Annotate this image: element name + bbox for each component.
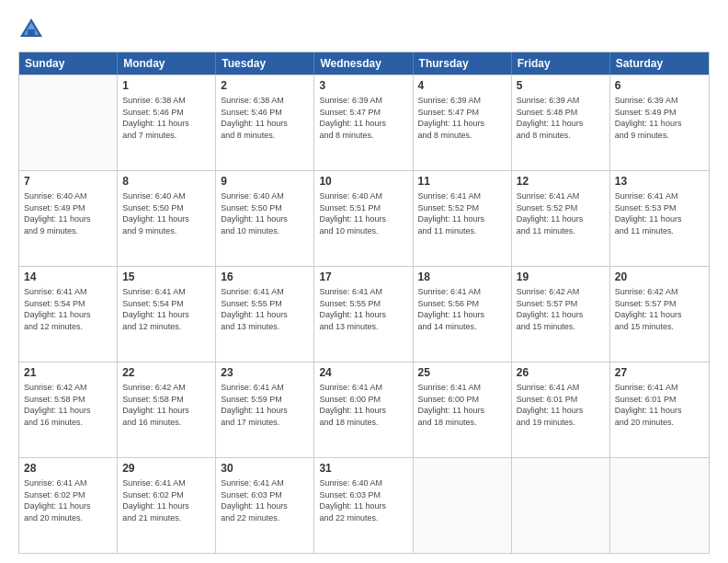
day-number: 31 (319, 461, 407, 476)
day-header-friday: Friday (512, 52, 610, 75)
logo (18, 17, 48, 42)
day-cell-4: 4Sunrise: 6:39 AM Sunset: 5:47 PM Daylig… (414, 75, 512, 170)
calendar: SundayMondayTuesdayWednesdayThursdayFrid… (18, 52, 710, 554)
cell-info: Sunrise: 6:41 AM Sunset: 6:03 PM Dayligh… (221, 477, 309, 523)
day-cell-30: 30Sunrise: 6:41 AM Sunset: 6:03 PM Dayli… (216, 458, 314, 553)
day-cell-10: 10Sunrise: 6:40 AM Sunset: 5:51 PM Dayli… (314, 171, 413, 266)
day-header-monday: Monday (118, 52, 216, 75)
week-row-4: 21Sunrise: 6:42 AM Sunset: 5:58 PM Dayli… (19, 362, 709, 457)
day-number: 6 (615, 78, 704, 93)
day-number: 16 (221, 270, 309, 284)
day-number: 7 (24, 174, 112, 189)
week-row-5: 28Sunrise: 6:41 AM Sunset: 6:02 PM Dayli… (19, 457, 709, 553)
day-number: 24 (319, 365, 407, 380)
day-cell-6: 6Sunrise: 6:39 AM Sunset: 5:49 PM Daylig… (610, 75, 709, 170)
cell-info: Sunrise: 6:41 AM Sunset: 6:01 PM Dayligh… (615, 382, 704, 428)
cell-info: Sunrise: 6:39 AM Sunset: 5:47 PM Dayligh… (319, 95, 407, 141)
day-cell-22: 22Sunrise: 6:42 AM Sunset: 5:58 PM Dayli… (118, 362, 216, 457)
day-number: 9 (221, 174, 309, 189)
day-number: 3 (319, 78, 407, 93)
svg-rect-2 (28, 29, 35, 35)
cell-info: Sunrise: 6:41 AM Sunset: 5:55 PM Dayligh… (221, 286, 309, 332)
cell-info: Sunrise: 6:42 AM Sunset: 5:58 PM Dayligh… (24, 382, 112, 428)
day-cell-20: 20Sunrise: 6:42 AM Sunset: 5:57 PM Dayli… (610, 267, 709, 362)
week-row-1: 1Sunrise: 6:38 AM Sunset: 5:46 PM Daylig… (19, 75, 709, 170)
day-number: 5 (517, 78, 605, 93)
calendar-body: 1Sunrise: 6:38 AM Sunset: 5:46 PM Daylig… (19, 75, 709, 553)
day-cell-2: 2Sunrise: 6:38 AM Sunset: 5:46 PM Daylig… (216, 75, 314, 170)
day-number: 2 (221, 78, 309, 93)
empty-cell (414, 458, 512, 553)
day-number: 23 (221, 365, 309, 380)
day-number: 17 (319, 270, 407, 284)
cell-info: Sunrise: 6:41 AM Sunset: 6:02 PM Dayligh… (24, 477, 112, 523)
day-number: 10 (319, 174, 407, 189)
cell-info: Sunrise: 6:40 AM Sunset: 5:49 PM Dayligh… (24, 190, 112, 236)
day-number: 18 (418, 270, 506, 284)
day-number: 13 (615, 174, 704, 189)
day-number: 30 (221, 461, 309, 476)
empty-cell (610, 458, 709, 553)
empty-cell (512, 458, 610, 553)
cell-info: Sunrise: 6:41 AM Sunset: 5:53 PM Dayligh… (615, 190, 704, 236)
cell-info: Sunrise: 6:41 AM Sunset: 5:52 PM Dayligh… (517, 190, 605, 236)
day-cell-9: 9Sunrise: 6:40 AM Sunset: 5:50 PM Daylig… (216, 171, 314, 266)
day-cell-16: 16Sunrise: 6:41 AM Sunset: 5:55 PM Dayli… (216, 267, 314, 362)
cell-info: Sunrise: 6:38 AM Sunset: 5:46 PM Dayligh… (221, 95, 309, 141)
day-number: 4 (418, 78, 506, 93)
day-number: 14 (24, 270, 112, 284)
day-cell-24: 24Sunrise: 6:41 AM Sunset: 6:00 PM Dayli… (314, 362, 413, 457)
day-number: 22 (122, 365, 210, 380)
day-cell-25: 25Sunrise: 6:41 AM Sunset: 6:00 PM Dayli… (414, 362, 512, 457)
day-number: 8 (122, 174, 210, 189)
empty-cell (19, 75, 118, 170)
cell-info: Sunrise: 6:41 AM Sunset: 5:54 PM Dayligh… (122, 286, 210, 332)
day-cell-1: 1Sunrise: 6:38 AM Sunset: 5:46 PM Daylig… (118, 75, 216, 170)
cell-info: Sunrise: 6:41 AM Sunset: 5:59 PM Dayligh… (221, 382, 309, 428)
day-cell-21: 21Sunrise: 6:42 AM Sunset: 5:58 PM Dayli… (19, 362, 118, 457)
cell-info: Sunrise: 6:41 AM Sunset: 6:00 PM Dayligh… (418, 382, 506, 428)
day-cell-12: 12Sunrise: 6:41 AM Sunset: 5:52 PM Dayli… (512, 171, 610, 266)
cell-info: Sunrise: 6:42 AM Sunset: 5:57 PM Dayligh… (615, 286, 704, 332)
cell-info: Sunrise: 6:41 AM Sunset: 6:01 PM Dayligh… (517, 382, 605, 428)
day-number: 12 (517, 174, 605, 189)
cell-info: Sunrise: 6:42 AM Sunset: 5:58 PM Dayligh… (122, 382, 210, 428)
day-number: 27 (615, 365, 704, 380)
cell-info: Sunrise: 6:39 AM Sunset: 5:48 PM Dayligh… (517, 95, 605, 141)
cell-info: Sunrise: 6:41 AM Sunset: 6:02 PM Dayligh… (122, 477, 210, 523)
cell-info: Sunrise: 6:38 AM Sunset: 5:46 PM Dayligh… (122, 95, 210, 141)
day-cell-5: 5Sunrise: 6:39 AM Sunset: 5:48 PM Daylig… (512, 75, 610, 170)
day-number: 25 (418, 365, 506, 380)
cell-info: Sunrise: 6:42 AM Sunset: 5:57 PM Dayligh… (517, 286, 605, 332)
day-header-tuesday: Tuesday (216, 52, 314, 75)
header (18, 17, 710, 42)
day-cell-23: 23Sunrise: 6:41 AM Sunset: 5:59 PM Dayli… (216, 362, 314, 457)
day-cell-14: 14Sunrise: 6:41 AM Sunset: 5:54 PM Dayli… (19, 267, 118, 362)
day-number: 19 (517, 270, 605, 284)
day-cell-28: 28Sunrise: 6:41 AM Sunset: 6:02 PM Dayli… (19, 458, 118, 553)
day-cell-13: 13Sunrise: 6:41 AM Sunset: 5:53 PM Dayli… (610, 171, 709, 266)
day-cell-18: 18Sunrise: 6:41 AM Sunset: 5:56 PM Dayli… (414, 267, 512, 362)
day-number: 29 (122, 461, 210, 476)
calendar-header: SundayMondayTuesdayWednesdayThursdayFrid… (19, 52, 709, 75)
week-row-3: 14Sunrise: 6:41 AM Sunset: 5:54 PM Dayli… (19, 266, 709, 362)
day-cell-31: 31Sunrise: 6:40 AM Sunset: 6:03 PM Dayli… (314, 458, 413, 553)
day-cell-17: 17Sunrise: 6:41 AM Sunset: 5:55 PM Dayli… (314, 267, 413, 362)
day-header-wednesday: Wednesday (314, 52, 413, 75)
day-number: 20 (615, 270, 704, 284)
day-number: 11 (418, 174, 506, 189)
day-header-sunday: Sunday (19, 52, 118, 75)
day-cell-7: 7Sunrise: 6:40 AM Sunset: 5:49 PM Daylig… (19, 171, 118, 266)
day-number: 15 (122, 270, 210, 284)
day-cell-15: 15Sunrise: 6:41 AM Sunset: 5:54 PM Dayli… (118, 267, 216, 362)
cell-info: Sunrise: 6:41 AM Sunset: 5:55 PM Dayligh… (319, 286, 407, 332)
day-header-saturday: Saturday (610, 52, 709, 75)
cell-info: Sunrise: 6:41 AM Sunset: 5:52 PM Dayligh… (418, 190, 506, 236)
day-cell-8: 8Sunrise: 6:40 AM Sunset: 5:50 PM Daylig… (118, 171, 216, 266)
cell-info: Sunrise: 6:39 AM Sunset: 5:47 PM Dayligh… (418, 95, 506, 141)
day-cell-29: 29Sunrise: 6:41 AM Sunset: 6:02 PM Dayli… (118, 458, 216, 553)
day-cell-27: 27Sunrise: 6:41 AM Sunset: 6:01 PM Dayli… (610, 362, 709, 457)
day-number: 28 (24, 461, 112, 476)
cell-info: Sunrise: 6:41 AM Sunset: 5:56 PM Dayligh… (418, 286, 506, 332)
day-number: 21 (24, 365, 112, 380)
